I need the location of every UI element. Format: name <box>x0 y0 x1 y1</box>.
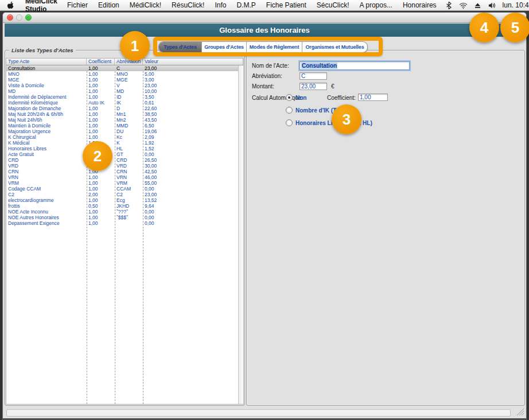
table-row[interactable]: Codage CCAM1,00CCAM0,00 <box>6 186 238 192</box>
coefficient-field[interactable]: 1,00 <box>358 94 388 101</box>
table-row[interactable]: Depassement Exigence1,000,00 <box>6 220 238 226</box>
table-row[interactable]: MGE1,00MGE3,00 <box>6 77 238 83</box>
table-body: Consultation1,00C23,00MNO1,00MNO5,00MGE1… <box>6 65 238 404</box>
montant-field[interactable]: 23,00 <box>299 83 327 90</box>
table-row[interactable]: Indemnité de Déplacement1,00ID3,50 <box>6 94 238 100</box>
apple-menu[interactable] <box>0 0 21 10</box>
radio-non[interactable] <box>286 94 293 101</box>
table-cell: 1,00 <box>87 209 115 215</box>
table-row[interactable]: NOE Autres Honoraires1,00˜$$$˜0,00 <box>6 215 238 220</box>
table-cell: Maj Nuit 20h/24h & 6h/8h <box>6 111 87 117</box>
menu-item-s-cuclick[interactable]: SécuClick! <box>312 1 355 9</box>
table-row[interactable]: MNO1,00MNO5,00 <box>6 71 238 77</box>
table-cell: 3,50 <box>143 94 238 100</box>
table-cell: MGE <box>6 77 87 83</box>
column-header-type-acte[interactable]: Type Acte <box>6 59 87 65</box>
table-cell: Majoration de Dimanche <box>6 106 87 111</box>
table-cell: Auto IK <box>87 100 115 106</box>
table-row[interactable]: K Chirurgical1,00Kc2,09 <box>6 134 238 140</box>
table-row[interactable]: CRD1,00CRD26,50 <box>6 157 238 163</box>
table-row[interactable]: Honoraires LibresAuto HLHL1,52 <box>6 146 238 151</box>
zoom-button[interactable] <box>25 14 32 21</box>
table-row[interactable]: VRD1,00VRD30,00 <box>6 163 238 169</box>
table-cell: 1,00 <box>87 134 115 140</box>
table-cell: 22,60 <box>143 106 238 111</box>
table-cell: 0,00 <box>143 209 238 215</box>
table-row[interactable]: Maintien à Domicile1,00MMD6,50 <box>6 123 238 129</box>
radio-nombre-ik[interactable] <box>286 107 293 114</box>
window-titlebar[interactable] <box>3 13 526 23</box>
table-row[interactable]: C22,00C223,00 <box>6 192 238 197</box>
menu-item-fiche-patient[interactable]: Fiche Patient <box>261 1 312 9</box>
table-cell: 2,09 <box>143 134 238 140</box>
table-cell: 1,52 <box>143 146 238 151</box>
callout-badge-1: 1 <box>120 31 150 61</box>
table-row[interactable]: VRM1,00VRM55,00 <box>6 180 238 186</box>
menu-item-edition[interactable]: Edition <box>93 1 125 9</box>
menu-item-fichier[interactable]: Fichier <box>62 1 93 9</box>
table-row[interactable]: NOE Acte Inconnu1,00˜???˜0,00 <box>6 209 238 215</box>
act-detail-groupbox: Libellé du Type d'Acte Nom de l'Acte: Co… <box>246 50 525 406</box>
acts-table: Type ActeCoefficientAbréviationValeur Co… <box>6 58 244 405</box>
table-cell: DU <box>115 129 143 134</box>
table-cell: Honoraires Libres <box>6 146 87 151</box>
table-cell: MNO <box>115 71 143 77</box>
table-cell: D <box>115 106 143 111</box>
table-row[interactable]: Maj Nuit 24h/6h1,00Mn243,50 <box>6 117 238 123</box>
table-cell: 1,00 <box>87 83 115 88</box>
table-cell: VRM <box>6 180 87 186</box>
table-cell: 6,50 <box>143 123 238 129</box>
table-row[interactable]: Maj Nuit 20h/24h & 6h/8h1,00Mn138,50 <box>6 111 238 117</box>
table-cell: 55,00 <box>143 180 238 186</box>
abreviation-label: Abréviation: <box>252 73 282 79</box>
menu-item-info[interactable]: Info <box>209 1 231 9</box>
table-row[interactable]: VRN1,00VRN46,00 <box>6 174 238 180</box>
volume-icon[interactable] <box>488 1 496 10</box>
table-cell: 1,00 <box>87 117 115 123</box>
table-row[interactable]: CRN1,00CRN42,50 <box>6 169 238 174</box>
table-cell: 23,00 <box>143 65 238 71</box>
callout-badge-2: 2 <box>83 141 112 171</box>
table-row[interactable]: Consultation1,00C23,00 <box>6 65 238 71</box>
bluetooth-icon[interactable] <box>445 1 453 10</box>
eject-icon[interactable] <box>473 1 482 10</box>
table-scrollbar[interactable] <box>238 65 243 404</box>
table-cell: 1,00 <box>87 77 115 83</box>
table-cell: 1,00 <box>87 180 115 186</box>
table-cell: Maj Nuit 24h/6h <box>6 117 87 123</box>
table-cell: MMD <box>115 123 143 129</box>
menu-item-m-diclick[interactable]: MédiClick! <box>125 1 166 9</box>
table-cell: C <box>115 65 143 71</box>
table-cell: 43,50 <box>143 117 238 123</box>
menu-item-r-suclick[interactable]: RésuClick! <box>166 1 209 9</box>
resize-grip[interactable] <box>516 407 524 416</box>
radio-honoraires-libres[interactable] <box>286 119 293 126</box>
close-button[interactable] <box>7 14 13 21</box>
table-row[interactable]: Majoration de Dimanche1,00D22,60 <box>6 106 238 111</box>
table-row[interactable]: MD1,00MD10,00 <box>6 88 238 94</box>
table-row[interactable]: K Médical1,00K1,92 <box>6 140 238 146</box>
table-row[interactable]: frottis0,50JKHD9,64 <box>6 203 238 209</box>
menu-clock[interactable]: lun. 10:47 <box>499 1 529 9</box>
menu-item-a-propos[interactable]: A propos... <box>355 1 398 9</box>
table-cell: 1,00 <box>87 129 115 134</box>
menu-item-d-m-p[interactable]: D.M.P <box>231 1 260 9</box>
nom-acte-field[interactable]: Consultation <box>299 61 410 70</box>
menu-app-name[interactable]: MediClick Studio <box>21 0 62 13</box>
menu-item-honoraires[interactable]: Honoraires <box>398 1 442 9</box>
column-header-valeur[interactable]: Valeur <box>143 59 243 65</box>
table-row[interactable]: Visite à Domicile1,00V23,00 <box>6 83 238 88</box>
wifi-icon[interactable] <box>459 1 468 10</box>
currency-symbol: € <box>331 83 334 90</box>
table-row[interactable]: electrocardiogramme1,00Ecg13,52 <box>6 197 238 203</box>
minimize-button[interactable] <box>16 14 22 21</box>
table-row[interactable]: Majoration Urgence1,00DU19,06 <box>6 129 238 134</box>
abreviation-field[interactable]: C <box>299 72 327 80</box>
table-cell: ID <box>115 94 143 100</box>
column-header-coefficient[interactable]: Coefficient <box>87 59 115 65</box>
table-row[interactable]: Indemnité KilométriqueAuto IKIK0,61 <box>6 100 238 106</box>
table-row[interactable]: Acte Gratuit1,00GT0,00 <box>6 151 238 157</box>
table-cell: K Chirurgical <box>6 134 87 140</box>
table-cell: 0,61 <box>143 100 238 106</box>
table-cell: 1,00 <box>87 174 115 180</box>
